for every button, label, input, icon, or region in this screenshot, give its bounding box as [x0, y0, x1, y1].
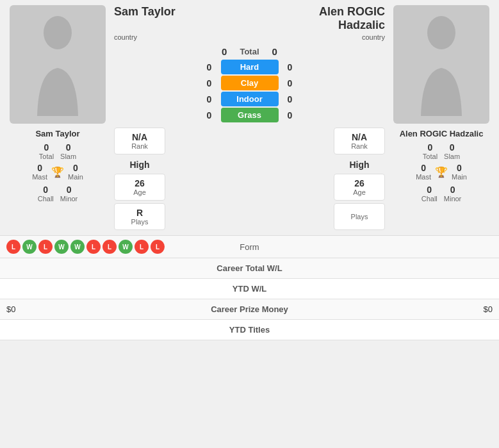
- svg-point-1: [427, 16, 455, 49]
- indoor-badge: Indoor: [221, 92, 279, 106]
- player1-plays-label: Plays: [122, 218, 157, 226]
- player2-slam-value: 0: [444, 142, 460, 153]
- player2-rank-box: N/A Rank: [334, 128, 385, 154]
- player1-total-cell: 0 Total: [39, 142, 54, 160]
- clay-score-right: 0: [284, 78, 297, 88]
- player2-slam-label: Slam: [444, 153, 460, 160]
- total-score-left: 0: [222, 46, 227, 57]
- names-top-row: Sam Taylor Alen ROGIC Hadzalic: [114, 5, 385, 32]
- form-badge-w: W: [22, 240, 37, 254]
- hard-score-left: 0: [203, 62, 216, 72]
- indoor-score-left: 0: [203, 94, 216, 104]
- player2-total-value: 0: [423, 142, 438, 153]
- player1-name-top: Sam Taylor: [114, 5, 176, 32]
- stats-center-3: YTD Titles: [128, 325, 372, 335]
- player2-rank-sublabel: Rank: [342, 142, 377, 150]
- player1-country: country: [114, 33, 137, 41]
- player2-mast-value: 0: [416, 163, 431, 173]
- player1-rank-value: N/A: [122, 132, 157, 142]
- player2-plays-box: Plays: [334, 203, 385, 230]
- info-boxes-row: N/A Rank N/A Rank: [114, 128, 385, 154]
- player1-age-box: 26 Age: [114, 174, 165, 201]
- form-label: Form: [170, 242, 329, 252]
- player1-section: Sam Taylor 0 Total 0 Slam 0 Mast 🏆 0: [6, 5, 109, 230]
- indoor-score-right: 0: [284, 94, 297, 104]
- form-badge-w: W: [54, 240, 69, 254]
- player2-main-label: Main: [452, 173, 467, 181]
- player2-section: Alen ROGIC Hadzalic 0 Total 0 Slam 0 Mas…: [390, 5, 493, 230]
- form-badge-l: L: [135, 240, 149, 254]
- player2-minor-cell: 0 Minor: [444, 185, 462, 203]
- total-label: Total: [240, 47, 259, 56]
- clay-score-left: 0: [203, 78, 216, 88]
- player1-trophy-row: 0 Mast 🏆 0 Main: [32, 163, 83, 181]
- player1-mast-cell: 0 Mast: [32, 163, 47, 181]
- hard-score-right: 0: [284, 62, 297, 72]
- player2-rank-value: N/A: [342, 132, 377, 142]
- player2-age-value: 26: [342, 178, 377, 188]
- total-row: 0 Total 0: [114, 46, 385, 57]
- player1-main-value: 0: [68, 163, 83, 173]
- total-score-right: 0: [272, 46, 277, 57]
- form-badge-l: L: [86, 240, 101, 254]
- player1-slam-label: Slam: [60, 153, 76, 160]
- age-row: 26 Age 26 Age: [114, 174, 385, 201]
- high-row: High High: [114, 157, 385, 172]
- player2-minor-value: 0: [444, 185, 462, 195]
- stats-center-0: Career Total W/L: [128, 263, 372, 273]
- grass-badge: Grass: [221, 108, 279, 122]
- player2-country: country: [362, 33, 385, 41]
- grass-score-left: 0: [203, 110, 216, 120]
- player1-age-value: 26: [122, 178, 157, 188]
- country-row: country country: [114, 33, 385, 44]
- player2-photo: [393, 5, 489, 124]
- player1-mast-value: 0: [32, 163, 47, 173]
- main-container: Sam Taylor 0 Total 0 Slam 0 Mast 🏆 0: [0, 0, 499, 340]
- form-row: LWLWWLLWLL Form: [0, 235, 499, 258]
- player1-photo: [10, 5, 106, 124]
- player1-chall-cell: 0 Chall: [38, 185, 54, 203]
- player1-high-value: High: [122, 160, 158, 170]
- player2-mast-cell: 0 Mast: [416, 163, 431, 181]
- stats-row-0: Career Total W/L: [0, 258, 499, 279]
- player1-age-label: Age: [122, 188, 157, 196]
- player2-chall-label: Chall: [421, 195, 438, 203]
- form-badge-l: L: [6, 240, 20, 254]
- player2-total-cell: 0 Total: [423, 142, 438, 160]
- player2-total-label: Total: [423, 153, 438, 160]
- player2-chall-value: 0: [421, 185, 438, 195]
- stats-right-2: $0: [371, 304, 493, 314]
- player1-minor-value: 0: [60, 185, 78, 195]
- form-badge-l: L: [102, 240, 117, 254]
- form-badge-w: W: [119, 240, 133, 254]
- player2-silhouette: [409, 13, 473, 116]
- player1-slam-value: 0: [60, 142, 76, 153]
- trophy2-icon: 🏆: [435, 166, 448, 178]
- player1-main-label: Main: [68, 173, 83, 181]
- form-badge-l: L: [38, 240, 53, 254]
- player1-stats-row: 0 Total 0 Slam: [39, 142, 76, 160]
- player2-name-line2: Hadzalic: [338, 19, 385, 31]
- surface-rows: 0 Hard 0 0 Clay 0 0 Indoor 0: [114, 60, 385, 122]
- stats-row-1: YTD W/L: [0, 279, 499, 299]
- center-section: Sam Taylor Alen ROGIC Hadzalic country c…: [114, 5, 385, 230]
- hard-badge: Hard: [221, 60, 279, 74]
- player1-high-box: High: [114, 157, 165, 172]
- stats-center-1: YTD W/L: [128, 284, 372, 294]
- player2-name-top: Alen ROGIC Hadzalic: [319, 5, 385, 32]
- player1-chall-row: 0 Chall 0 Minor: [38, 185, 78, 203]
- player1-minor-cell: 0 Minor: [60, 185, 78, 203]
- player1-chall-value: 0: [38, 185, 54, 195]
- player2-name-below: Alen ROGIC Hadzalic: [400, 129, 484, 138]
- player1-total-label: Total: [39, 153, 54, 160]
- stats-row-3: YTD Titles: [0, 320, 499, 340]
- svg-point-0: [44, 16, 72, 49]
- player2-chall-cell: 0 Chall: [421, 185, 438, 203]
- player2-high-box: High: [334, 157, 385, 172]
- player2-plays-label: Plays: [342, 208, 377, 220]
- player2-minor-label: Minor: [444, 195, 462, 203]
- player1-rank-box: N/A Rank: [114, 128, 165, 154]
- grass-row: 0 Grass 0: [114, 108, 385, 122]
- player1-plays-value: R: [122, 208, 157, 218]
- player1-slam-cell: 0 Slam: [60, 142, 76, 160]
